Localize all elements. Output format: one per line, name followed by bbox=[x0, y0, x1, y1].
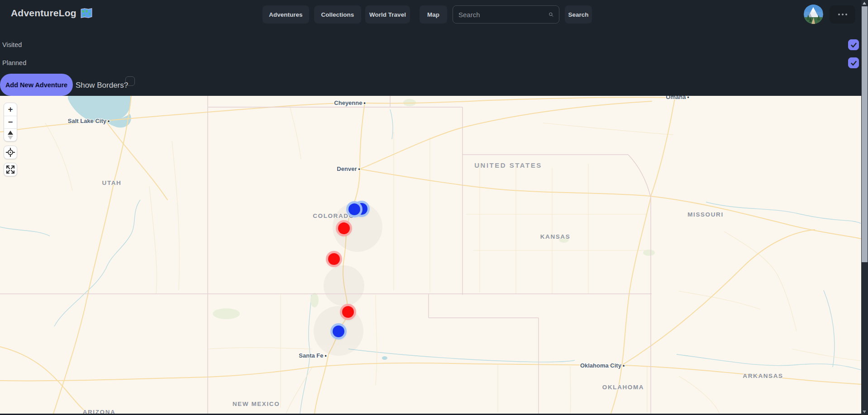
map-canvas[interactable]: UNITED STATESUTAHCOLORADOKANSASMISSOURIN… bbox=[0, 96, 861, 414]
city-label: Oklahoma City• bbox=[580, 362, 625, 369]
country-label: UNITED STATES bbox=[474, 161, 542, 169]
city-label: Salt Lake City• bbox=[68, 118, 110, 124]
adventure-marker-blue[interactable] bbox=[333, 325, 344, 337]
search-input[interactable] bbox=[458, 11, 548, 19]
compass-button[interactable] bbox=[4, 128, 17, 141]
app-title: AdventureLog bbox=[11, 8, 76, 19]
adventure-marker-red[interactable] bbox=[342, 306, 354, 318]
search-button[interactable]: Search bbox=[565, 5, 592, 24]
state-label: ARIZONA bbox=[83, 409, 116, 414]
city-dot-icon: • bbox=[108, 118, 110, 124]
map-overlay-layer: UNITED STATESUTAHCOLORADOKANSASMISSOURIN… bbox=[0, 96, 861, 414]
fullscreen-icon bbox=[5, 165, 15, 174]
check-icon bbox=[850, 41, 858, 49]
zoom-control-group: + − bbox=[4, 103, 17, 141]
city-dot-icon: • bbox=[324, 353, 326, 359]
compass-needle-icon bbox=[6, 130, 14, 140]
city-label: Santa Fe• bbox=[299, 352, 326, 359]
nav-map-button[interactable]: Map bbox=[420, 5, 447, 24]
add-new-adventure-button[interactable]: Add New Adventure bbox=[0, 74, 73, 96]
state-label: OKLAHOMA bbox=[602, 384, 644, 391]
planned-checkbox[interactable] bbox=[848, 57, 859, 68]
city-dot-icon: • bbox=[358, 166, 360, 172]
adventure-marker-red[interactable] bbox=[338, 222, 350, 234]
fullscreen-button[interactable] bbox=[4, 163, 17, 176]
nav-collections-button[interactable]: Collections bbox=[314, 5, 361, 24]
search-icon bbox=[548, 10, 553, 19]
geolocate-button[interactable] bbox=[4, 146, 17, 159]
nav-world-travel-button[interactable]: World Travel bbox=[365, 5, 410, 24]
more-menu-button[interactable] bbox=[830, 5, 855, 24]
adventure-marker-red[interactable] bbox=[328, 253, 340, 265]
dot-icon bbox=[842, 14, 844, 15]
navbar: AdventureLog Adventures Collections Worl… bbox=[0, 0, 861, 28]
scrollbar-thumb[interactable] bbox=[862, 6, 868, 262]
search-box bbox=[453, 5, 559, 24]
show-borders-checkbox[interactable] bbox=[125, 76, 135, 86]
avatar-mountain-image bbox=[804, 5, 823, 24]
app-logo[interactable]: AdventureLog bbox=[11, 8, 92, 19]
city-dot-icon: • bbox=[363, 100, 365, 106]
visited-checkbox[interactable] bbox=[848, 39, 859, 50]
scrollbar-up-arrow-icon[interactable] bbox=[863, 2, 866, 5]
city-label: Omaha• bbox=[666, 96, 689, 100]
state-label: UTAH bbox=[102, 179, 122, 186]
geolocate-icon bbox=[5, 147, 15, 157]
city-label: Cheyenne• bbox=[334, 99, 365, 106]
dot-icon bbox=[838, 14, 840, 15]
zoom-in-button[interactable]: + bbox=[4, 103, 17, 116]
user-avatar[interactable] bbox=[804, 5, 823, 24]
zoom-out-button[interactable]: − bbox=[4, 116, 17, 128]
world-map-icon bbox=[81, 8, 92, 18]
city-label: Denver• bbox=[337, 165, 360, 172]
city-dot-icon: • bbox=[623, 363, 625, 369]
state-label: MISSOURI bbox=[687, 211, 724, 218]
check-icon bbox=[850, 59, 858, 67]
visited-label: Visited bbox=[2, 41, 22, 48]
scrollbar-down-arrow-icon[interactable] bbox=[863, 410, 866, 413]
state-label: ARKANSAS bbox=[743, 373, 783, 379]
state-label: NEW MEXICO bbox=[233, 401, 280, 407]
adventure-marker-blue[interactable] bbox=[348, 203, 360, 215]
state-label: COLORADO bbox=[313, 212, 354, 219]
page-scrollbar[interactable] bbox=[861, 0, 868, 415]
planned-label: Planned bbox=[2, 59, 26, 66]
city-dot-icon: • bbox=[687, 96, 689, 100]
state-label: KANSAS bbox=[540, 233, 571, 240]
dot-icon bbox=[845, 14, 847, 15]
nav-adventures-button[interactable]: Adventures bbox=[262, 5, 309, 24]
show-borders-label: Show Borders? bbox=[76, 81, 128, 90]
